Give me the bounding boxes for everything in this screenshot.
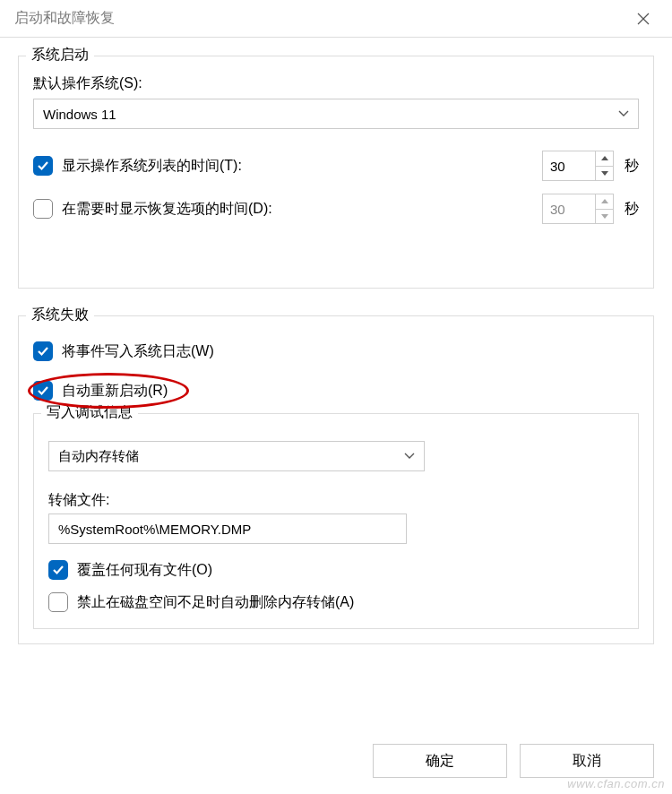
overwrite-label: 覆盖任何现有文件(O) [77, 561, 212, 580]
recovery-time-unit: 秒 [625, 200, 639, 219]
dump-type-value: 自动内存转储 [58, 448, 139, 465]
recovery-time-wrap: 30 秒 [542, 194, 639, 224]
dump-file-value: %SystemRoot%\MEMORY.DMP [58, 522, 251, 537]
show-recovery-checkbox[interactable] [33, 199, 53, 219]
show-os-list-row: 显示操作系统列表的时间(T): 30 秒 [33, 151, 639, 181]
spinner-down [596, 210, 613, 224]
cancel-button[interactable]: 取消 [520, 744, 654, 778]
write-event-log-label: 将事件写入系统日志(W) [62, 342, 214, 361]
auto-restart-row: 自动重新启动(R) [33, 381, 639, 401]
spinner-up[interactable] [596, 151, 613, 167]
overwrite-checkbox[interactable] [48, 560, 68, 580]
dump-file-input[interactable]: %SystemRoot%\MEMORY.DMP [48, 514, 407, 544]
disable-auto-delete-checkbox[interactable] [48, 592, 68, 612]
default-os-label: 默认操作系统(S): [33, 74, 639, 93]
dump-file-label: 转储文件: [48, 491, 624, 510]
recovery-time-value: 30 [543, 194, 595, 223]
dump-type-select[interactable]: 自动内存转储 [48, 441, 425, 471]
spinner-buttons [595, 151, 613, 180]
show-recovery-label: 在需要时显示恢复选项的时间(D): [62, 200, 272, 219]
close-button[interactable] [625, 5, 661, 32]
auto-restart-label: 自动重新启动(R) [62, 382, 168, 401]
watermark: www.cfan.com.cn [567, 777, 665, 790]
os-list-time-wrap: 30 秒 [542, 151, 639, 181]
spinner-up [596, 194, 613, 210]
chevron-down-icon [618, 110, 629, 117]
os-list-time-value: 30 [543, 151, 595, 180]
system-startup-group: 系统启动 默认操作系统(S): Windows 11 显示操作系统列表的时间(T… [18, 56, 654, 289]
disable-auto-delete-row: 禁止在磁盘空间不足时自动删除内存转储(A) [48, 592, 624, 612]
debug-info-group: 写入调试信息 自动内存转储 转储文件: %SystemRoot%\MEMORY.… [33, 413, 639, 629]
dialog-buttons: 确定 取消 [373, 744, 654, 778]
system-failure-group: 系统失败 将事件写入系统日志(W) 自动重新启动(R) 写入调试信息 自动内存转… [18, 315, 654, 644]
system-startup-label: 系统启动 [26, 46, 94, 65]
default-os-value: Windows 11 [43, 107, 116, 122]
chevron-down-icon [404, 453, 415, 460]
recovery-time-spinner: 30 [542, 194, 614, 224]
content-area: 系统启动 默认操作系统(S): Windows 11 显示操作系统列表的时间(T… [0, 38, 672, 660]
titlebar: 启动和故障恢复 [0, 0, 672, 38]
auto-restart-checkbox[interactable] [33, 381, 53, 401]
overwrite-row: 覆盖任何现有文件(O) [48, 560, 624, 580]
disable-auto-delete-label: 禁止在磁盘空间不足时自动删除内存转储(A) [77, 593, 354, 612]
system-failure-label: 系统失败 [26, 306, 94, 324]
default-os-select[interactable]: Windows 11 [33, 99, 639, 129]
write-event-log-checkbox[interactable] [33, 341, 53, 361]
write-event-log-row: 将事件写入系统日志(W) [33, 341, 639, 361]
window-title: 启动和故障恢复 [14, 9, 115, 28]
spinner-buttons [595, 194, 613, 223]
os-list-time-spinner[interactable]: 30 [542, 151, 614, 181]
show-os-list-checkbox[interactable] [33, 156, 53, 176]
debug-info-label: 写入调试信息 [41, 403, 138, 422]
ok-button[interactable]: 确定 [373, 744, 507, 778]
os-list-time-unit: 秒 [625, 157, 639, 176]
spinner-down[interactable] [596, 167, 613, 181]
show-recovery-row: 在需要时显示恢复选项的时间(D): 30 秒 [33, 194, 639, 224]
show-os-list-label: 显示操作系统列表的时间(T): [62, 157, 242, 176]
